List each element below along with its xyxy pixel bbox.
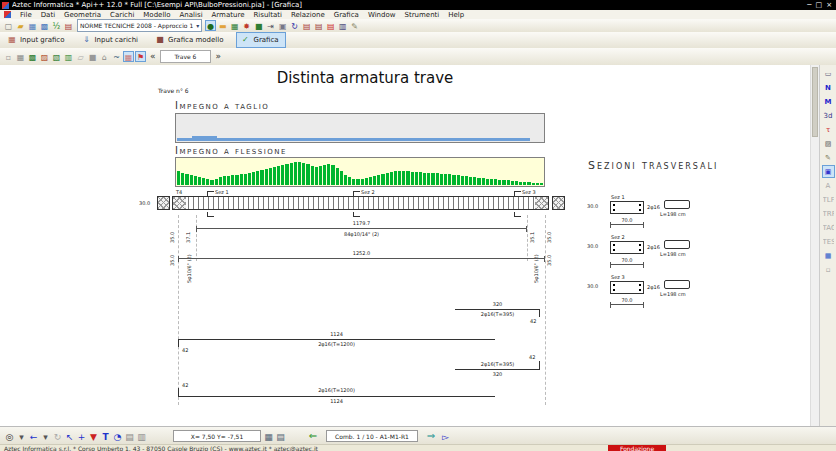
model-view-icon[interactable]: ▩ [27,51,38,62]
mode-grafica[interactable]: ✓ Grafica [236,32,285,48]
menu-analisi[interactable]: Analisi [180,11,203,19]
diagram-bar [494,179,497,185]
materials-icon[interactable]: ▬ [217,20,228,31]
text-tool-icon[interactable]: T [100,430,111,443]
open-folder-icon[interactable]: ▰ [15,20,26,31]
delete-mark-icon[interactable]: ▼ [88,430,99,443]
menu-modello[interactable]: Modello [143,11,170,19]
drawing-canvas[interactable]: Distinta armatura trave Trave n° 6 Impeg… [0,65,812,426]
select-arrow-icon[interactable]: ↖ [64,430,75,443]
geometry-view-icon[interactable]: ▭ [822,67,835,80]
refresh-view-icon[interactable]: ↻ [52,430,63,443]
clipboard-icon[interactable]: ▥ [136,430,147,443]
pan-caret-icon[interactable]: ▾ [40,430,51,443]
mode-input-carichi[interactable]: ⇓ Input carichi [78,32,146,48]
3d-view-icon[interactable]: 3d [822,109,835,122]
shear-icon[interactable]: τ [822,123,835,136]
blank-tool-icon[interactable]: ▫ [822,263,835,276]
diagram-bar [302,163,305,185]
scrollbar-thumb[interactable] [812,67,818,137]
frame-icon[interactable]: ▣ [277,20,288,31]
hatch-icon[interactable]: ▨ [822,137,835,150]
menu-armature[interactable]: Armature [212,11,245,19]
prev-combination-button[interactable]: ⇐ [306,429,320,443]
pan-back-icon[interactable]: ← [28,430,39,443]
rebar-view-icon[interactable]: ⚑ [135,51,146,62]
moment-icon[interactable]: M [822,95,835,108]
tes-icon[interactable]: TES [822,235,835,248]
chevron-down-icon: ▾ [196,22,199,29]
armature-table-icon[interactable]: ▦ [123,51,134,62]
import-icon[interactable]: ⇥ [265,20,276,31]
sketch-icon[interactable]: ✎ [822,151,835,164]
menu-carichi[interactable]: Carichi [110,11,134,19]
menu-risultati[interactable]: Risultati [253,11,282,19]
close-button[interactable]: × [826,0,832,10]
tlf-icon[interactable]: TLF [822,193,835,206]
render-view-icon[interactable]: ▨ [39,51,50,62]
mode-grafica-modello[interactable]: ■ Grafica modello [151,32,230,48]
model-check-icon[interactable]: ■ [253,20,264,31]
codes-table-icon[interactable]: ▤ [63,20,74,31]
next-tab-button[interactable]: » [211,50,225,63]
lift-view-icon[interactable]: ⌂ [99,51,110,62]
new-file-icon[interactable]: ▢ [3,20,14,31]
tab-trave-6[interactable]: Trave 6 [160,50,212,63]
page-edit-icon[interactable]: ✎ [349,20,360,31]
maximize-button[interactable]: □ [816,0,823,10]
norme-dropdown[interactable]: NORME TECNICHE 2008 - Approccio 1 ▾ [77,19,202,32]
sez1-stirrup [664,200,690,209]
wizard-icon[interactable]: ✸ [241,20,252,31]
blank-select-icon[interactable]: ▫ [3,51,14,62]
solid-view-icon[interactable]: ■ [87,51,98,62]
menu-dati[interactable]: Dati [41,11,55,19]
vertical-scrollbar[interactable] [810,65,819,426]
normal-force-icon[interactable]: N [822,81,835,94]
terrain-view-icon[interactable]: ▧ [51,51,62,62]
gray-view-icon[interactable]: ▱ [75,51,86,62]
diagram-bar [523,182,526,185]
section-curve-icon[interactable]: ~ [111,51,122,62]
trf-icon[interactable]: TRF [822,207,835,220]
option-table-icon[interactable]: ▤ [275,430,286,443]
foundation-view-icon[interactable]: ▥ [63,51,74,62]
save-all-icon[interactable]: ▩ [39,20,50,31]
zoom-icon[interactable]: ◎ [4,430,15,443]
save-icon[interactable]: ▦ [27,20,38,31]
world-icon[interactable]: ◔ [112,430,123,443]
animate-icon[interactable]: ▻ [440,430,451,443]
tag-icon[interactable]: TAG [822,221,835,234]
minimize-button[interactable]: ─ [807,0,811,10]
menu-window[interactable]: Window [368,11,396,19]
print-icon[interactable]: ▥ [337,20,348,31]
menu-geometria[interactable]: Geometria [64,11,101,19]
sections-pair-icon[interactable]: ▣ [822,165,835,178]
table-report-icon[interactable]: ▤ [301,20,312,31]
redraw-icon[interactable]: ↻ [289,20,300,31]
run-analysis-icon[interactable]: ● [205,20,216,31]
mesh-icon[interactable]: ▦ [229,20,240,31]
prev-tab-button[interactable]: « [146,50,160,63]
axial-icon[interactable]: A [822,179,835,192]
menu-grafica[interactable]: Grafica [334,11,359,19]
zoom-caret-icon[interactable]: ▾ [16,430,27,443]
grid-toggle-icon[interactable]: ▦ [15,51,26,62]
table-edit-icon[interactable]: ▤ [313,20,324,31]
company-info: Aztec Informatica s.r.l. * Corso Umberto… [4,445,318,451]
titlebar: Aztec Informatica * Api++ 12.0 * Full [C… [0,0,836,10]
mode-input-grafico[interactable]: ▦ Input grafico [3,32,72,48]
table-delete-icon[interactable]: ▤ [325,20,336,31]
snapshot-icon[interactable]: ▤ [124,430,135,443]
next-combination-button[interactable]: ⇒ [424,429,438,443]
option-grid-icon[interactable]: ▦ [263,430,274,443]
measure-icon[interactable]: + [76,430,87,443]
sez1-width: 70.0 [610,217,644,223]
menu-help[interactable]: Help [448,11,464,19]
diagram-bar [381,174,384,185]
layers-icon[interactable]: ▦ [822,249,835,262]
menu-file[interactable]: File [20,11,32,19]
units-icon[interactable]: ½ [51,20,62,31]
menu-strumenti[interactable]: Strumenti [405,11,440,19]
menu-relazione[interactable]: Relazione [291,11,325,19]
beam-elevation [172,196,549,210]
